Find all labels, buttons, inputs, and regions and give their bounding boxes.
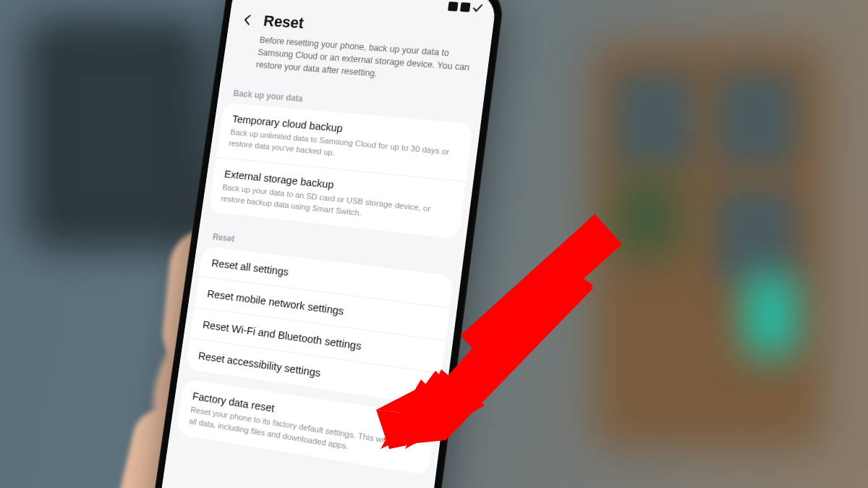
status-icon: [460, 2, 471, 12]
photo-scene: 14:42 Reset Before resetting your phone,…: [0, 0, 868, 488]
android-nav-bar: |||: [158, 485, 428, 488]
phone: 14:42 Reset Before resetting your phone,…: [150, 0, 506, 488]
bg-shelf-cubby: [716, 188, 796, 282]
status-icon: [472, 3, 483, 13]
bg-picture-frame: [29, 22, 203, 246]
bg-shelf-cubby: [716, 72, 796, 167]
page-title: Reset: [263, 12, 305, 33]
status-icon: [448, 1, 459, 11]
bg-shelf-cubby: [615, 72, 694, 167]
status-icons: [448, 1, 483, 13]
back-button[interactable]: [240, 13, 255, 28]
chevron-left-icon: [240, 13, 255, 28]
bg-plant: [615, 174, 680, 261]
bg-book: [745, 275, 796, 355]
phone-screen: 14:42 Reset Before resetting your phone,…: [158, 0, 498, 488]
